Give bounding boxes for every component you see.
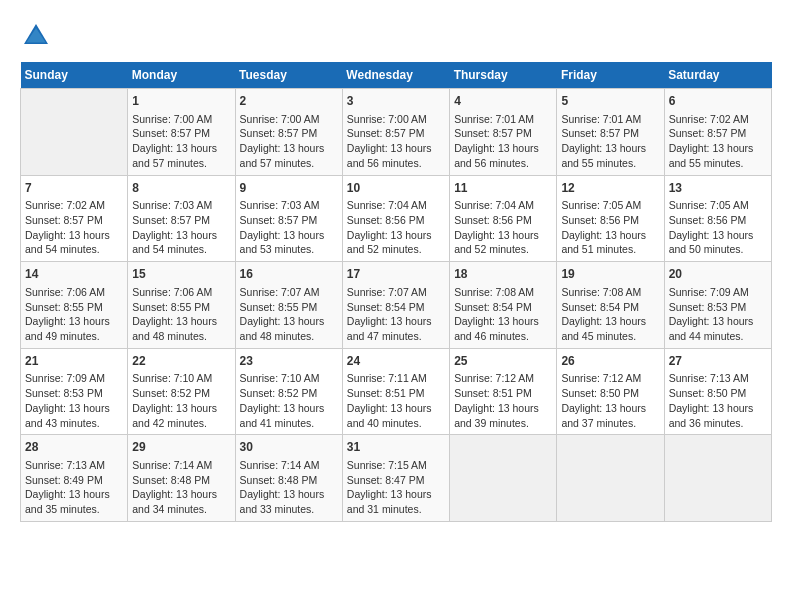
day-info: Sunrise: 7:01 AM Sunset: 8:57 PM Dayligh… xyxy=(561,112,659,171)
calendar-header: SundayMondayTuesdayWednesdayThursdayFrid… xyxy=(21,62,772,89)
day-info: Sunrise: 7:04 AM Sunset: 8:56 PM Dayligh… xyxy=(454,198,552,257)
day-info: Sunrise: 7:05 AM Sunset: 8:56 PM Dayligh… xyxy=(669,198,767,257)
day-info: Sunrise: 7:14 AM Sunset: 8:48 PM Dayligh… xyxy=(240,458,338,517)
day-number: 6 xyxy=(669,93,767,110)
calendar-body: 1Sunrise: 7:00 AM Sunset: 8:57 PM Daylig… xyxy=(21,89,772,522)
calendar-cell: 4Sunrise: 7:01 AM Sunset: 8:57 PM Daylig… xyxy=(450,89,557,176)
day-info: Sunrise: 7:02 AM Sunset: 8:57 PM Dayligh… xyxy=(25,198,123,257)
logo xyxy=(20,20,56,52)
day-number: 3 xyxy=(347,93,445,110)
calendar-cell: 7Sunrise: 7:02 AM Sunset: 8:57 PM Daylig… xyxy=(21,175,128,262)
header-row: SundayMondayTuesdayWednesdayThursdayFrid… xyxy=(21,62,772,89)
day-number: 12 xyxy=(561,180,659,197)
day-info: Sunrise: 7:07 AM Sunset: 8:55 PM Dayligh… xyxy=(240,285,338,344)
day-number: 22 xyxy=(132,353,230,370)
day-number: 25 xyxy=(454,353,552,370)
day-info: Sunrise: 7:08 AM Sunset: 8:54 PM Dayligh… xyxy=(454,285,552,344)
day-info: Sunrise: 7:03 AM Sunset: 8:57 PM Dayligh… xyxy=(132,198,230,257)
weekday-header: Tuesday xyxy=(235,62,342,89)
day-number: 8 xyxy=(132,180,230,197)
calendar-cell: 2Sunrise: 7:00 AM Sunset: 8:57 PM Daylig… xyxy=(235,89,342,176)
calendar-cell: 25Sunrise: 7:12 AM Sunset: 8:51 PM Dayli… xyxy=(450,348,557,435)
calendar-cell: 27Sunrise: 7:13 AM Sunset: 8:50 PM Dayli… xyxy=(664,348,771,435)
day-number: 7 xyxy=(25,180,123,197)
day-info: Sunrise: 7:09 AM Sunset: 8:53 PM Dayligh… xyxy=(25,371,123,430)
day-number: 24 xyxy=(347,353,445,370)
calendar-cell: 1Sunrise: 7:00 AM Sunset: 8:57 PM Daylig… xyxy=(128,89,235,176)
weekday-header: Sunday xyxy=(21,62,128,89)
day-info: Sunrise: 7:07 AM Sunset: 8:54 PM Dayligh… xyxy=(347,285,445,344)
day-number: 28 xyxy=(25,439,123,456)
calendar-cell: 30Sunrise: 7:14 AM Sunset: 8:48 PM Dayli… xyxy=(235,435,342,522)
weekday-header: Saturday xyxy=(664,62,771,89)
calendar-cell: 15Sunrise: 7:06 AM Sunset: 8:55 PM Dayli… xyxy=(128,262,235,349)
calendar-cell: 13Sunrise: 7:05 AM Sunset: 8:56 PM Dayli… xyxy=(664,175,771,262)
day-info: Sunrise: 7:06 AM Sunset: 8:55 PM Dayligh… xyxy=(25,285,123,344)
calendar-cell: 5Sunrise: 7:01 AM Sunset: 8:57 PM Daylig… xyxy=(557,89,664,176)
day-number: 15 xyxy=(132,266,230,283)
calendar-cell: 14Sunrise: 7:06 AM Sunset: 8:55 PM Dayli… xyxy=(21,262,128,349)
calendar-cell: 29Sunrise: 7:14 AM Sunset: 8:48 PM Dayli… xyxy=(128,435,235,522)
calendar-cell xyxy=(557,435,664,522)
day-number: 2 xyxy=(240,93,338,110)
calendar-cell xyxy=(664,435,771,522)
day-info: Sunrise: 7:08 AM Sunset: 8:54 PM Dayligh… xyxy=(561,285,659,344)
calendar-cell: 17Sunrise: 7:07 AM Sunset: 8:54 PM Dayli… xyxy=(342,262,449,349)
calendar-row: 14Sunrise: 7:06 AM Sunset: 8:55 PM Dayli… xyxy=(21,262,772,349)
day-number: 26 xyxy=(561,353,659,370)
day-number: 20 xyxy=(669,266,767,283)
day-number: 1 xyxy=(132,93,230,110)
logo-icon xyxy=(20,20,52,52)
day-info: Sunrise: 7:11 AM Sunset: 8:51 PM Dayligh… xyxy=(347,371,445,430)
calendar-cell: 6Sunrise: 7:02 AM Sunset: 8:57 PM Daylig… xyxy=(664,89,771,176)
calendar-cell: 3Sunrise: 7:00 AM Sunset: 8:57 PM Daylig… xyxy=(342,89,449,176)
day-number: 17 xyxy=(347,266,445,283)
weekday-header: Monday xyxy=(128,62,235,89)
calendar-cell: 12Sunrise: 7:05 AM Sunset: 8:56 PM Dayli… xyxy=(557,175,664,262)
weekday-header: Friday xyxy=(557,62,664,89)
day-number: 5 xyxy=(561,93,659,110)
calendar-cell: 22Sunrise: 7:10 AM Sunset: 8:52 PM Dayli… xyxy=(128,348,235,435)
day-info: Sunrise: 7:06 AM Sunset: 8:55 PM Dayligh… xyxy=(132,285,230,344)
day-info: Sunrise: 7:01 AM Sunset: 8:57 PM Dayligh… xyxy=(454,112,552,171)
calendar-cell: 9Sunrise: 7:03 AM Sunset: 8:57 PM Daylig… xyxy=(235,175,342,262)
page-header xyxy=(20,20,772,52)
day-number: 13 xyxy=(669,180,767,197)
day-number: 21 xyxy=(25,353,123,370)
calendar-cell: 18Sunrise: 7:08 AM Sunset: 8:54 PM Dayli… xyxy=(450,262,557,349)
day-number: 29 xyxy=(132,439,230,456)
day-info: Sunrise: 7:15 AM Sunset: 8:47 PM Dayligh… xyxy=(347,458,445,517)
calendar-cell: 20Sunrise: 7:09 AM Sunset: 8:53 PM Dayli… xyxy=(664,262,771,349)
calendar-cell: 11Sunrise: 7:04 AM Sunset: 8:56 PM Dayli… xyxy=(450,175,557,262)
day-number: 16 xyxy=(240,266,338,283)
day-info: Sunrise: 7:00 AM Sunset: 8:57 PM Dayligh… xyxy=(347,112,445,171)
calendar-row: 21Sunrise: 7:09 AM Sunset: 8:53 PM Dayli… xyxy=(21,348,772,435)
day-number: 31 xyxy=(347,439,445,456)
calendar-cell: 19Sunrise: 7:08 AM Sunset: 8:54 PM Dayli… xyxy=(557,262,664,349)
calendar-row: 28Sunrise: 7:13 AM Sunset: 8:49 PM Dayli… xyxy=(21,435,772,522)
calendar-cell: 10Sunrise: 7:04 AM Sunset: 8:56 PM Dayli… xyxy=(342,175,449,262)
calendar-table: SundayMondayTuesdayWednesdayThursdayFrid… xyxy=(20,62,772,522)
calendar-cell: 24Sunrise: 7:11 AM Sunset: 8:51 PM Dayli… xyxy=(342,348,449,435)
calendar-cell: 21Sunrise: 7:09 AM Sunset: 8:53 PM Dayli… xyxy=(21,348,128,435)
calendar-cell xyxy=(450,435,557,522)
day-info: Sunrise: 7:10 AM Sunset: 8:52 PM Dayligh… xyxy=(240,371,338,430)
day-info: Sunrise: 7:04 AM Sunset: 8:56 PM Dayligh… xyxy=(347,198,445,257)
day-info: Sunrise: 7:02 AM Sunset: 8:57 PM Dayligh… xyxy=(669,112,767,171)
day-number: 14 xyxy=(25,266,123,283)
day-info: Sunrise: 7:14 AM Sunset: 8:48 PM Dayligh… xyxy=(132,458,230,517)
calendar-cell xyxy=(21,89,128,176)
day-info: Sunrise: 7:05 AM Sunset: 8:56 PM Dayligh… xyxy=(561,198,659,257)
day-number: 27 xyxy=(669,353,767,370)
calendar-cell: 31Sunrise: 7:15 AM Sunset: 8:47 PM Dayli… xyxy=(342,435,449,522)
day-info: Sunrise: 7:12 AM Sunset: 8:50 PM Dayligh… xyxy=(561,371,659,430)
day-info: Sunrise: 7:00 AM Sunset: 8:57 PM Dayligh… xyxy=(132,112,230,171)
day-number: 10 xyxy=(347,180,445,197)
day-info: Sunrise: 7:00 AM Sunset: 8:57 PM Dayligh… xyxy=(240,112,338,171)
day-info: Sunrise: 7:03 AM Sunset: 8:57 PM Dayligh… xyxy=(240,198,338,257)
weekday-header: Wednesday xyxy=(342,62,449,89)
day-number: 11 xyxy=(454,180,552,197)
calendar-row: 1Sunrise: 7:00 AM Sunset: 8:57 PM Daylig… xyxy=(21,89,772,176)
day-info: Sunrise: 7:09 AM Sunset: 8:53 PM Dayligh… xyxy=(669,285,767,344)
calendar-cell: 8Sunrise: 7:03 AM Sunset: 8:57 PM Daylig… xyxy=(128,175,235,262)
